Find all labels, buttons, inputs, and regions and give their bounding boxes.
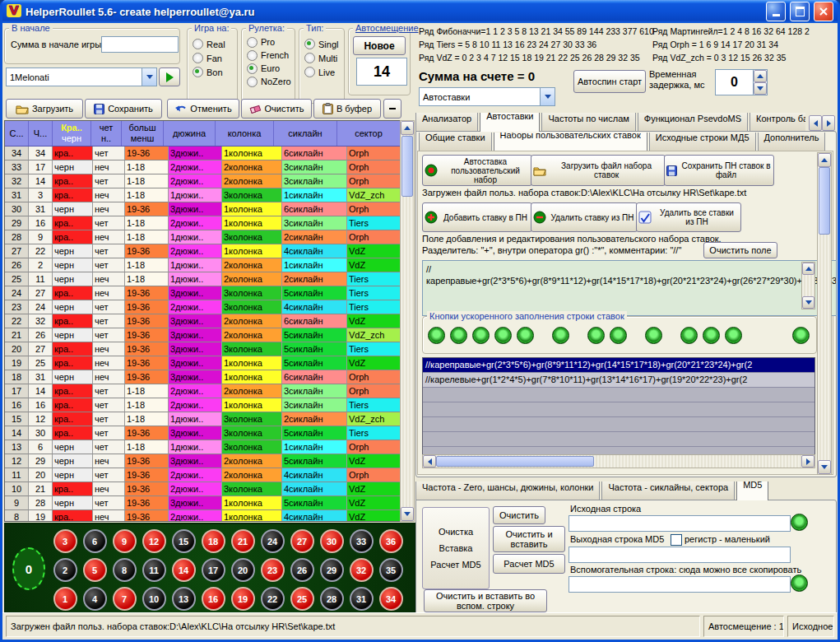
md5-clear-button[interactable]: Очистить bbox=[493, 506, 545, 524]
bets-list[interactable]: //кареправые+gr(2*3*5*6)+gr(8*9*11*12)+g… bbox=[422, 357, 815, 456]
board-number-9[interactable]: 9 bbox=[113, 529, 137, 553]
delete-bet-button[interactable]: Удалить ставку из ПН bbox=[531, 202, 638, 232]
scroll-up-button[interactable] bbox=[818, 153, 831, 167]
scroll-right-button[interactable] bbox=[801, 455, 814, 468]
quick-fill-chip[interactable] bbox=[645, 327, 662, 344]
maximize-button[interactable] bbox=[790, 2, 810, 21]
play-preset-button[interactable] bbox=[159, 67, 180, 86]
bottom-tab-3[interactable]: MD5 bbox=[736, 482, 768, 500]
autobets-combobox-arrow[interactable] bbox=[540, 88, 555, 105]
radio-option-french[interactable]: French bbox=[242, 49, 295, 62]
bet-edit-field-scrollbar[interactable] bbox=[801, 262, 815, 309]
board-number-27[interactable]: 27 bbox=[290, 529, 314, 553]
sub-tab-3[interactable]: Исходные строки МД5 bbox=[649, 133, 756, 151]
scroll-down-button[interactable] bbox=[401, 507, 414, 521]
sub-tab-4[interactable]: Дополнитель bbox=[758, 133, 826, 151]
board-number-25[interactable]: 25 bbox=[290, 587, 314, 611]
board-number-12[interactable]: 12 bbox=[142, 529, 166, 553]
board-number-33[interactable]: 33 bbox=[350, 529, 374, 553]
bottom-tab-2[interactable]: Частота - сиклайны, сектора bbox=[601, 482, 735, 500]
quick-fill-chip[interactable] bbox=[680, 327, 698, 344]
board-number-17[interactable]: 17 bbox=[202, 558, 225, 582]
md5-source-chip-button[interactable] bbox=[791, 514, 808, 531]
quick-fill-chip[interactable] bbox=[552, 327, 569, 344]
load-set-file-button[interactable]: Загрузить файл набора ставок bbox=[531, 155, 666, 186]
board-number-16[interactable]: 16 bbox=[202, 587, 225, 611]
radio-option-bon[interactable]: Bon bbox=[188, 65, 237, 79]
tab-scroll-right-button[interactable] bbox=[822, 115, 835, 131]
radio-option-euro[interactable]: Euro bbox=[242, 62, 295, 75]
spinner-down-button[interactable] bbox=[754, 82, 767, 95]
main-tab-5[interactable]: Контроль банкро bbox=[750, 113, 805, 132]
board-number-13[interactable]: 13 bbox=[172, 587, 196, 611]
sub-tab-2[interactable]: Наборы пользовательских ставок bbox=[494, 133, 647, 151]
undo-button[interactable]: Отменить bbox=[167, 99, 239, 119]
board-number-18[interactable]: 18 bbox=[202, 529, 225, 553]
autobet-user-set-button[interactable]: Автоставка пользовательский набор bbox=[422, 155, 532, 186]
scroll-down-button[interactable] bbox=[802, 296, 814, 309]
table-scrollbar-thumb[interactable] bbox=[401, 136, 413, 197]
scroll-left-button[interactable] bbox=[423, 455, 436, 468]
save-button[interactable]: Сохранить bbox=[85, 99, 162, 119]
board-number-23[interactable]: 23 bbox=[261, 558, 285, 582]
board-number-20[interactable]: 20 bbox=[231, 558, 255, 582]
board-number-10[interactable]: 10 bbox=[142, 587, 166, 611]
board-number-31[interactable]: 31 bbox=[350, 587, 374, 611]
md5-clear-paste-aux-button[interactable]: Очистить и вставить во вспом. строку bbox=[424, 589, 547, 612]
quick-fill-chip[interactable] bbox=[472, 327, 490, 344]
to-buffer-button[interactable]: В буфер bbox=[313, 99, 381, 119]
bottom-tab-1[interactable]: Частота - Zero, шансы, дюжины, колонки bbox=[415, 482, 600, 500]
preset-combobox-arrow[interactable] bbox=[142, 68, 156, 86]
sub-tab-1[interactable]: Общие ставки bbox=[419, 133, 492, 151]
bets-list-item[interactable]: //карелевые+gr(1*2*4*5)+gr(7*8*10*11)+gr… bbox=[423, 373, 814, 388]
board-number-21[interactable]: 21 bbox=[231, 529, 255, 553]
spinner-up-button[interactable] bbox=[754, 70, 767, 82]
radio-option-fan[interactable]: Fan bbox=[188, 51, 237, 65]
radio-option-singl[interactable]: Singl bbox=[299, 37, 344, 51]
close-button[interactable] bbox=[814, 2, 833, 21]
board-number-5[interactable]: 5 bbox=[83, 558, 107, 582]
quick-fill-chip[interactable] bbox=[725, 327, 742, 344]
main-tab-4[interactable]: Функционал PsevdoMS bbox=[638, 113, 748, 132]
scroll-up-button[interactable] bbox=[401, 121, 414, 135]
board-number-22[interactable]: 22 bbox=[261, 587, 285, 611]
radio-option-live[interactable]: Live bbox=[299, 65, 344, 79]
table-scrollbar[interactable] bbox=[400, 120, 415, 522]
bet-edit-field[interactable]: //кареправые+gr(2*3*5*6)+gr(8*9*11*12)+g… bbox=[422, 260, 837, 316]
save-set-file-button[interactable]: Сохранить ПН ставок в файл bbox=[664, 155, 774, 186]
main-tab-1[interactable]: Анализатор bbox=[415, 113, 478, 132]
board-number-28[interactable]: 28 bbox=[320, 587, 344, 611]
board-number-15[interactable]: 15 bbox=[172, 529, 196, 553]
quick-fill-chip[interactable] bbox=[494, 327, 512, 344]
autobets-combobox[interactable]: Автоставки bbox=[419, 87, 555, 106]
md5-aux-input[interactable] bbox=[569, 576, 791, 593]
add-bet-button[interactable]: Добавить ставку в ПН bbox=[422, 202, 532, 232]
main-tab-3[interactable]: Частоты по числам bbox=[541, 113, 635, 132]
quick-fill-chip[interactable] bbox=[450, 327, 467, 344]
board-number-7[interactable]: 7 bbox=[113, 587, 137, 611]
bets-list-hthumb[interactable] bbox=[436, 456, 594, 467]
tab-scroll-left-button[interactable] bbox=[809, 115, 822, 131]
md5-clear-paste-button[interactable]: Очистить и вставить bbox=[493, 526, 565, 552]
scroll-up-button[interactable] bbox=[802, 263, 814, 275]
board-number-4[interactable]: 4 bbox=[83, 587, 107, 611]
collapse-button[interactable] bbox=[383, 99, 401, 119]
board-number-2[interactable]: 2 bbox=[53, 558, 77, 582]
md5-aux-chip-button[interactable] bbox=[791, 575, 808, 592]
board-number-0[interactable]: 0 bbox=[12, 547, 45, 590]
board-number-14[interactable]: 14 bbox=[172, 558, 196, 582]
minimize-button[interactable] bbox=[766, 2, 786, 21]
radio-option-pro[interactable]: Pro bbox=[242, 35, 295, 49]
panel-scrollbar[interactable] bbox=[817, 152, 832, 475]
board-number-30[interactable]: 30 bbox=[320, 529, 344, 553]
register-checkbox[interactable] bbox=[671, 534, 682, 546]
new-shift-button[interactable]: Новое bbox=[353, 36, 406, 55]
board-number-35[interactable]: 35 bbox=[379, 558, 403, 582]
start-sum-input[interactable] bbox=[101, 36, 179, 53]
board-number-24[interactable]: 24 bbox=[261, 529, 285, 553]
autospin-start-button[interactable]: Автоспин старт bbox=[573, 70, 646, 93]
board-number-11[interactable]: 11 bbox=[142, 558, 166, 582]
delete-all-bets-button[interactable]: Удалить все ставки из ПН bbox=[636, 202, 741, 232]
radio-option-real[interactable]: Real bbox=[188, 37, 237, 51]
quick-fill-chip[interactable] bbox=[792, 327, 810, 344]
